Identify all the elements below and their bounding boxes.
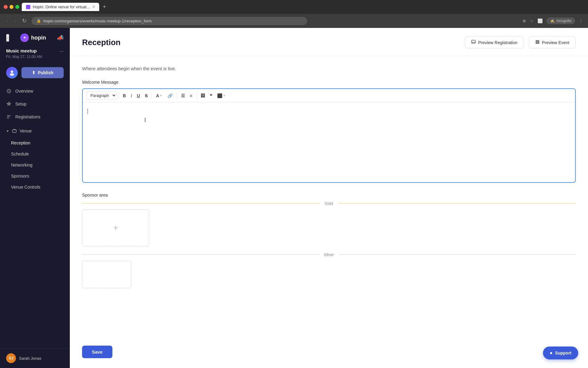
- link-button[interactable]: 🔗: [165, 92, 175, 100]
- sponsor-section: Sponsor area Gold +: [82, 193, 576, 288]
- preview-event-button[interactable]: Preview Event: [529, 36, 576, 48]
- overview-icon: [6, 88, 12, 94]
- preview-registration-label: Preview Registration: [478, 40, 517, 45]
- event-info: Music meetup ··· Fri, May 27, 11:00 AM: [0, 46, 70, 64]
- ordered-list-button[interactable]: ≡: [188, 92, 194, 100]
- bullet-list-button[interactable]: ☰: [179, 92, 187, 100]
- silver-tier-label: Silver: [319, 252, 339, 257]
- image-button[interactable]: 🖼: [198, 92, 207, 100]
- venue-children: Reception Schedule Networking Sponsors V…: [0, 137, 70, 193]
- strikethrough-button[interactable]: S: [143, 92, 150, 100]
- event-menu-button[interactable]: ···: [60, 49, 64, 54]
- editor-area[interactable]: I: [83, 102, 575, 182]
- publish-button[interactable]: ⬆ Publish: [21, 67, 64, 78]
- window-controls: [4, 5, 19, 9]
- main-header: Reception Preview Registration Preview E…: [70, 28, 588, 56]
- welcome-message-label: Welcome Message: [82, 80, 576, 85]
- sponsor-slot-plus-icon: +: [113, 223, 118, 233]
- minimize-dot[interactable]: [9, 5, 13, 9]
- sidebar-item-networking-label: Networking: [11, 163, 32, 167]
- support-button[interactable]: ● Support: [543, 347, 578, 359]
- registrations-icon: [6, 114, 12, 120]
- bookmark-icon[interactable]: ☆: [530, 18, 534, 23]
- sidebar-item-reception[interactable]: Reception: [0, 137, 70, 148]
- maximize-dot[interactable]: [15, 5, 19, 9]
- main-body: Where attendees begin when the event is …: [70, 56, 588, 343]
- sidebar-item-venue-controls[interactable]: Venue Controls: [0, 182, 70, 193]
- close-dot[interactable]: [4, 5, 8, 9]
- editor-cursor: [88, 109, 88, 114]
- gold-sponsor-slots: +: [82, 209, 576, 246]
- paragraph-style-select[interactable]: Paragraph: [86, 91, 117, 100]
- sponsor-area-label: Sponsor area: [82, 193, 576, 197]
- sidebar-item-overview[interactable]: Overview: [0, 85, 70, 98]
- embed-button[interactable]: ⬛ ▼: [215, 92, 228, 100]
- menu-icon[interactable]: ⋮: [579, 18, 583, 23]
- save-row: Save: [70, 343, 588, 368]
- user-name: Sarah Jonas: [19, 356, 41, 361]
- sidebar-item-overview-label: Overview: [15, 89, 33, 94]
- main-content: Reception Preview Registration Preview E…: [70, 28, 588, 368]
- sidebar-item-sponsors-label: Sponsors: [11, 174, 29, 178]
- reload-button[interactable]: ↻: [21, 16, 28, 25]
- italic-button[interactable]: I: [129, 92, 134, 100]
- tab-close-icon[interactable]: ✕: [92, 5, 95, 9]
- page-title: Reception: [82, 38, 121, 47]
- tab-title: Hopin: Online venue for virtual...: [33, 5, 90, 9]
- back-button[interactable]: ‹: [5, 17, 9, 25]
- notification-button[interactable]: 📣: [57, 34, 64, 41]
- toolbar-divider-3: [177, 93, 177, 99]
- welcome-message-editor[interactable]: Paragraph B I U S A ▼ 🔗 ☰ ≡ 🖼: [82, 88, 576, 183]
- preview-event-label: Preview Event: [542, 40, 569, 45]
- venue-chevron-icon: ▼: [6, 129, 9, 133]
- gold-line-left: [82, 203, 320, 204]
- save-button[interactable]: Save: [82, 346, 112, 358]
- setup-icon: [6, 101, 12, 107]
- avatar-publish-area: ⬆ Publish: [0, 64, 70, 83]
- hopin-logo-text: hopin: [31, 35, 46, 41]
- silver-line-right: [339, 255, 576, 255]
- gold-tier: Gold +: [82, 201, 576, 246]
- text-color-button[interactable]: A ▼: [154, 92, 164, 100]
- forward-button[interactable]: ›: [13, 17, 17, 25]
- editor-ibeam: I: [144, 117, 146, 123]
- sponsor-slot-add-silver[interactable]: [82, 261, 131, 288]
- new-tab-button[interactable]: +: [103, 4, 106, 10]
- event-name: Music meetup: [6, 48, 37, 53]
- bold-button[interactable]: B: [121, 92, 128, 100]
- sidebar-item-registrations-label: Registrations: [15, 114, 40, 119]
- publish-label: Publish: [38, 70, 54, 75]
- browser-actions: ⊗ ☆ ⬜ 🕵 Incognito ⋮: [522, 17, 583, 24]
- gold-tier-label: Gold: [320, 201, 338, 206]
- underline-button[interactable]: U: [135, 92, 142, 100]
- venue-section: ▼ Venue Reception Schedule Networking: [0, 123, 70, 194]
- sidebar: ‹ ✦ hopin 📣 Music meetup ··· Fri, May 27…: [0, 28, 70, 368]
- quote-button[interactable]: ❝: [208, 92, 214, 100]
- url-bar[interactable]: 🔒 hopin.com/organisers/events/music-meet…: [32, 17, 307, 25]
- preview-event-icon: [535, 40, 540, 45]
- preview-registration-button[interactable]: Preview Registration: [465, 36, 524, 48]
- address-bar: ‹ › ↻ 🔒 hopin.com/organisers/events/musi…: [0, 14, 588, 28]
- url-text: hopin.com/organisers/events/music-meetup…: [43, 19, 152, 23]
- sidebar-item-schedule[interactable]: Schedule: [0, 148, 70, 159]
- lock-icon: 🔒: [36, 19, 41, 23]
- sidebar-item-sponsors[interactable]: Sponsors: [0, 171, 70, 182]
- sidebar-item-schedule-label: Schedule: [11, 151, 29, 156]
- venue-label: Venue: [20, 128, 32, 133]
- gold-tier-header: Gold: [82, 201, 576, 206]
- svg-rect-3: [13, 130, 16, 132]
- browser-chrome: Hopin: Online venue for virtual... ✕ +: [0, 0, 588, 14]
- sidebar-item-networking[interactable]: Networking: [0, 159, 70, 171]
- incognito-icon: 🕵: [550, 19, 555, 23]
- sponsor-slot-add-gold[interactable]: +: [82, 209, 149, 246]
- sidebar-item-setup[interactable]: Setup: [0, 98, 70, 110]
- silver-tier-header: Silver: [82, 252, 576, 257]
- incognito-badge: 🕵 Incognito: [546, 17, 575, 24]
- header-actions: Preview Registration Preview Event: [465, 36, 576, 48]
- venue-icon: [12, 128, 17, 134]
- browser-tab[interactable]: Hopin: Online venue for virtual... ✕: [22, 3, 99, 11]
- sidebar-item-registrations[interactable]: Registrations: [0, 110, 70, 123]
- gold-line-right: [338, 203, 576, 204]
- venue-header[interactable]: ▼ Venue: [0, 125, 70, 137]
- sidebar-back-button[interactable]: ‹: [6, 34, 9, 42]
